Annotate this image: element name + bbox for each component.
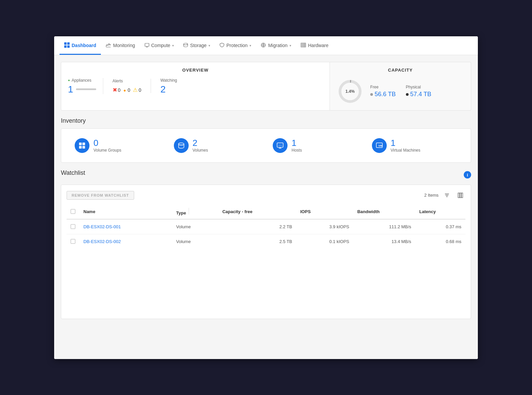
nav-storage-label: Storage [190, 43, 206, 48]
migration-icon [261, 43, 266, 48]
col-latency-header: Latency [415, 204, 465, 219]
appliances-label: ● Appliances [68, 78, 96, 83]
svg-point-24 [179, 143, 184, 145]
watchlist-table-body: DB-ESX02-DS-001 Volume 2.2 TB 3.9 kIOPS … [67, 219, 465, 249]
row1-checkbox[interactable] [71, 224, 75, 229]
remove-from-watchlist-button[interactable]: REMOVE FROM WATCHLIST [67, 191, 134, 200]
navbar: Dashboard Monitoring Compute ▾ [54, 36, 478, 55]
nav-hardware[interactable]: Hardware [296, 36, 333, 55]
vms-count: 1 [391, 139, 421, 147]
inv-item-volume-groups[interactable]: 0 Volume Groups [68, 135, 167, 156]
svg-rect-20 [79, 143, 82, 145]
table-row: DB-ESX02-DS-001 Volume 2.2 TB 3.9 kIOPS … [67, 219, 465, 234]
content-area: OVERVIEW ● Appliances 1 [54, 55, 478, 359]
svg-rect-23 [82, 146, 85, 149]
vms-icon: VM [372, 138, 387, 153]
row2-latency: 0.68 ms [415, 234, 465, 249]
nav-compute-label: Compute [151, 43, 170, 48]
select-all-checkbox[interactable] [71, 209, 75, 214]
info-icon: ⚠ [133, 87, 138, 93]
svg-rect-3 [67, 45, 70, 48]
capacity-inner: 1.4% Free 56.6 TB Physical [337, 78, 464, 105]
row2-type: Volume [172, 234, 218, 249]
watchlist-info-button[interactable]: i [464, 171, 471, 179]
vms-label: Virtual Machines [391, 148, 421, 153]
nav-storage[interactable]: Storage ▾ [179, 36, 215, 55]
row1-checkbox-cell [67, 219, 79, 234]
row2-iops: 0.1 kIOPS [296, 234, 353, 249]
nav-protection-label: Protection [226, 43, 248, 48]
svg-rect-35 [458, 193, 459, 198]
nav-monitoring-label: Monitoring [113, 43, 135, 48]
row1-capacity: 2.2 TB [218, 219, 296, 234]
inv-item-vms[interactable]: VM 1 Virtual Machines [365, 135, 464, 156]
svg-rect-22 [79, 146, 82, 149]
col-type-header: Type [172, 204, 218, 219]
free-capacity: Free 56.6 TB [370, 85, 396, 98]
inv-info-hosts: 1 Hosts [292, 139, 302, 153]
appliances-status-dot: ● [68, 78, 70, 82]
svg-text:VM: VM [378, 144, 382, 147]
hosts-label: Hosts [292, 148, 302, 153]
col-name-header: Name [79, 204, 172, 219]
inv-item-hosts[interactable]: 1 Hosts [266, 135, 365, 156]
volumes-label: Volumes [193, 148, 208, 153]
row1-type: Volume [172, 219, 218, 234]
alerts-row: ✖ 0 ⬥ 0 ⚠ 0 [113, 87, 141, 93]
svg-rect-1 [67, 42, 70, 45]
physical-value: 57.4 TB [406, 91, 431, 98]
warning-alert: ⬥ 0 [123, 87, 130, 93]
col-bandwidth-header: Bandwidth [353, 204, 415, 219]
columns-button[interactable] [455, 190, 465, 200]
compute-dropdown-arrow: ▾ [172, 44, 174, 47]
physical-label: Physical [406, 85, 431, 89]
nav-dashboard[interactable]: Dashboard [60, 36, 101, 55]
free-label: Free [370, 85, 396, 89]
migration-dropdown-arrow: ▾ [290, 44, 291, 47]
capacity-percentage: 1.4% [345, 89, 354, 94]
nav-protection[interactable]: Protection ▾ [215, 36, 256, 55]
inv-info-volumes: 2 Volumes [193, 139, 208, 153]
row2-checkbox[interactable] [71, 239, 75, 244]
filter-button[interactable] [442, 190, 452, 200]
nav-migration[interactable]: Migration ▾ [256, 36, 296, 55]
watchlist-header: Watchlist i [61, 169, 471, 181]
volume-groups-count: 0 [93, 139, 121, 147]
nav-compute[interactable]: Compute ▾ [140, 36, 179, 55]
watchlist-title: Watchlist [61, 169, 85, 176]
storage-icon [183, 43, 188, 48]
inv-info-volume-groups: 0 Volume Groups [93, 139, 121, 153]
row1-iops: 3.9 kIOPS [296, 219, 353, 234]
capacity-title: CAPACITY [337, 68, 464, 73]
free-dot [370, 93, 373, 96]
svg-rect-37 [461, 193, 463, 198]
top-row: OVERVIEW ● Appliances 1 [61, 62, 471, 111]
watching-stat: Watching 2 [151, 78, 187, 94]
storage-dropdown-arrow: ▾ [208, 44, 210, 47]
volumes-count: 2 [193, 139, 208, 147]
row2-bandwidth: 13.4 MB/s [353, 234, 415, 249]
inventory-items: 0 Volume Groups 2 Volumes [68, 135, 464, 156]
row2-capacity: 2.5 TB [218, 234, 296, 249]
svg-rect-21 [82, 143, 85, 145]
hosts-icon [273, 138, 288, 153]
critical-alert: ✖ 0 [113, 87, 121, 93]
row1-name[interactable]: DB-ESX02-DS-001 [79, 219, 172, 234]
warning-icon: ⬥ [123, 87, 126, 93]
inv-item-volumes[interactable]: 2 Volumes [167, 135, 266, 156]
nav-hardware-label: Hardware [308, 43, 329, 48]
free-value: 56.6 TB [370, 91, 396, 98]
nav-monitoring[interactable]: Monitoring [101, 36, 140, 55]
alerts-stat: Alerts ✖ 0 ⬥ 0 ⚠ [103, 79, 151, 93]
monitoring-icon [106, 42, 111, 49]
watching-count: 2 [160, 85, 177, 94]
col-divider [189, 208, 189, 214]
row2-name[interactable]: DB-ESX02-DS-002 [79, 234, 172, 249]
appliances-count: 1 [68, 85, 73, 94]
inventory-panel: 0 Volume Groups 2 Volumes [61, 128, 471, 163]
dashboard-icon [64, 42, 70, 49]
nav-dashboard-label: Dashboard [72, 43, 96, 48]
col-capacity-header: Capacity - free [218, 204, 296, 219]
hardware-icon [301, 43, 306, 48]
volume-groups-icon [75, 138, 89, 153]
